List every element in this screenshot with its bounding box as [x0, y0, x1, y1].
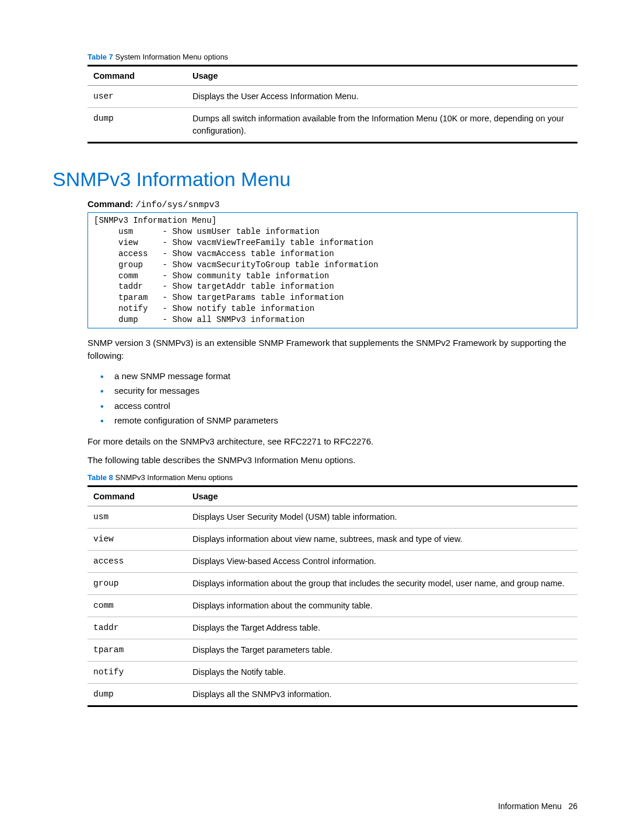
table8-caption: Table 8 SNMPv3 Information Menu options: [88, 473, 578, 482]
footer-text: Information Menu: [498, 802, 562, 811]
table7-caption-prefix: Table 7: [88, 52, 113, 61]
t8-usage-6: Displays the Target parameters table.: [187, 639, 578, 662]
list-item: remote configuration of SNMP parameters: [98, 413, 578, 428]
t8-usage-7: Displays the Notify table.: [187, 662, 578, 684]
table-row: group Displays information about the gro…: [88, 573, 578, 595]
table-row: tparam Displays the Target parameters ta…: [88, 639, 578, 662]
t8-usage-8: Displays all the SNMPv3 information.: [187, 684, 578, 706]
table7-caption-text: System Information Menu options: [115, 52, 228, 61]
list-item: security for messages: [98, 383, 578, 398]
command-line: Command: /info/sys/snmpv3: [88, 199, 578, 210]
t8-cmd-0: usm: [88, 506, 187, 528]
table-row: comm Displays information about the comm…: [88, 595, 578, 617]
table-row: usm Displays User Security Model (USM) t…: [88, 506, 578, 528]
t8-cmd-6: tparam: [88, 639, 187, 662]
t8-cmd-5: taddr: [88, 617, 187, 639]
t8-cmd-1: view: [88, 528, 187, 550]
t8-cmd-4: comm: [88, 595, 187, 617]
table8-caption-text: SNMPv3 Information Menu options: [115, 473, 233, 482]
code-box: [SNMPv3 Information Menu] usm - Show usm…: [88, 212, 578, 328]
section-title: SNMPv3 Information Menu: [52, 168, 578, 191]
table7-h2: Usage: [187, 66, 578, 86]
bullet-list: a new SNMP message format security for m…: [98, 369, 578, 428]
table7-cmd-1: dump: [88, 108, 187, 143]
table-row: view Displays information about view nam…: [88, 528, 578, 550]
table7: Command Usage user Displays the User Acc…: [88, 65, 578, 144]
list-item: a new SNMP message format: [98, 369, 578, 384]
table7-block: Table 7 System Information Menu options …: [88, 52, 578, 144]
table-row: access Displays View-based Access Contro…: [88, 550, 578, 572]
table-row: dump Dumps all switch information availa…: [88, 108, 578, 143]
table7-cmd-0: user: [88, 86, 187, 108]
table7-h1: Command: [88, 66, 187, 86]
t8-cmd-3: group: [88, 573, 187, 595]
table-row: notify Displays the Notify table.: [88, 662, 578, 684]
command-label: Command:: [88, 199, 133, 209]
section-body: Command: /info/sys/snmpv3 [SNMPv3 Inform…: [88, 199, 578, 707]
table8-caption-prefix: Table 8: [88, 473, 113, 482]
t8-usage-4: Displays information about the community…: [187, 595, 578, 617]
t8-cmd-2: access: [88, 550, 187, 572]
table-row: user Displays the User Access Informatio…: [88, 86, 578, 108]
t8-cmd-7: notify: [88, 662, 187, 684]
footer-page: 26: [568, 802, 578, 811]
paragraph-3: The following table describes the SNMPv3…: [88, 454, 578, 467]
t8-usage-0: Displays User Security Model (USM) table…: [187, 506, 578, 528]
paragraph-1: SNMP version 3 (SNMPv3) is an extensible…: [88, 337, 578, 363]
t8-cmd-8: dump: [88, 684, 187, 706]
t8-usage-5: Displays the Target Address table.: [187, 617, 578, 639]
t8-usage-1: Displays information about view name, su…: [187, 528, 578, 550]
table7-caption: Table 7 System Information Menu options: [88, 52, 578, 61]
table-row: dump Displays all the SNMPv3 information…: [88, 684, 578, 706]
t8-usage-3: Displays information about the group tha…: [187, 573, 578, 595]
table7-usage-0: Displays the User Access Information Men…: [187, 86, 578, 108]
list-item: access control: [98, 398, 578, 414]
paragraph-2: For more details on the SNMPv3 architect…: [88, 435, 578, 449]
table8-h2: Usage: [187, 486, 578, 506]
t8-usage-2: Displays View-based Access Control infor…: [187, 550, 578, 572]
table8-h1: Command: [88, 486, 187, 506]
command-path: /info/sys/snmpv3: [136, 200, 220, 210]
table8: Command Usage usm Displays User Security…: [88, 485, 578, 707]
table7-usage-1: Dumps all switch information available f…: [187, 108, 578, 143]
table-row: taddr Displays the Target Address table.: [88, 617, 578, 639]
footer: Information Menu 26: [498, 802, 578, 811]
